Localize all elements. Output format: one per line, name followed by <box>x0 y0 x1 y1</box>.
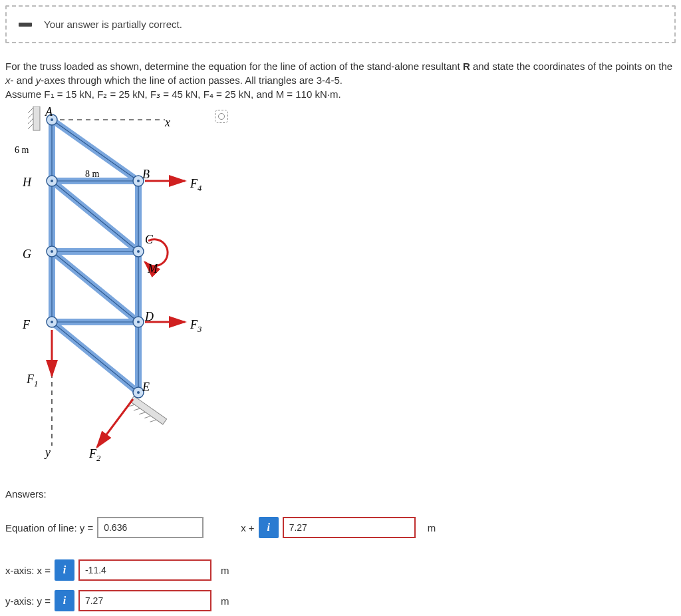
svg-rect-5 <box>130 396 167 424</box>
alert-text: Your answer is partially correct. <box>44 17 182 31</box>
yaxis-label: y-axis: y = <box>5 594 51 608</box>
svg-line-36 <box>52 322 138 392</box>
svg-point-49 <box>137 180 140 182</box>
info-button-1[interactable]: i <box>259 517 279 538</box>
dim-6m: 6 m <box>15 144 29 157</box>
var-x: x <box>5 75 11 86</box>
label-y: y <box>45 444 51 461</box>
svg-line-4 <box>28 124 33 129</box>
svg-line-2 <box>28 113 33 118</box>
truss-figure: A x 6 m H 8 m B F4 C G M F D F3 F1 E y F… <box>12 106 238 479</box>
svg-point-48 <box>51 321 53 323</box>
label-C: C <box>145 231 153 248</box>
label-G: G <box>23 246 31 263</box>
svg-line-3 <box>28 118 33 124</box>
label-x: x <box>165 114 170 131</box>
truss-svg <box>12 106 238 479</box>
yaxis-row: y-axis: y = i m <box>5 590 676 611</box>
svg-line-58 <box>97 399 133 447</box>
svg-line-34 <box>52 181 138 251</box>
label-F4: F4 <box>190 176 202 194</box>
dim-8m: 8 m <box>85 168 99 181</box>
yaxis-input[interactable] <box>78 590 211 611</box>
info-button-3[interactable]: i <box>55 590 74 611</box>
xaxis-label: x-axis: x = <box>5 563 51 577</box>
ptext: For the truss loaded as shown, determine… <box>5 61 463 72</box>
label-F2: F2 <box>89 446 100 464</box>
svg-point-52 <box>137 391 140 394</box>
svg-point-46 <box>51 180 53 182</box>
svg-line-35 <box>52 251 138 322</box>
svg-line-1 <box>28 108 33 113</box>
svg-point-51 <box>137 321 140 323</box>
eq-label: Equation of line: y = <box>5 521 93 535</box>
svg-point-47 <box>51 250 53 253</box>
xaxis-row: x-axis: x = i m <box>5 559 676 581</box>
label-F3: F3 <box>190 317 202 335</box>
unit-m-2: m <box>221 563 229 577</box>
label-A: A <box>45 104 53 120</box>
assumptions: Assume F₁ = 15 kN, F₂ = 25 kN, F₃ = 45 k… <box>5 88 341 100</box>
label-H: H <box>23 174 31 191</box>
unit-m-3: m <box>221 594 229 608</box>
var-R: R <box>463 61 470 72</box>
label-E: E <box>142 379 150 396</box>
ptext: -axes through which the line of action p… <box>41 75 342 86</box>
label-M: M <box>148 261 158 277</box>
intercept-input[interactable] <box>283 517 416 538</box>
equation-row: Equation of line: y = x + i m <box>5 517 676 538</box>
unit-m-1: m <box>428 521 436 535</box>
ptext: - and <box>11 75 36 86</box>
minus-icon <box>19 23 32 27</box>
label-F1: F1 <box>27 371 38 390</box>
feedback-alert: Your answer is partially correct. <box>5 5 676 43</box>
x-plus: x + <box>241 521 254 535</box>
answers-heading: Answers: <box>5 487 676 501</box>
info-button-2[interactable]: i <box>55 559 74 581</box>
problem-statement: For the truss loaded as shown, determine… <box>5 59 676 101</box>
label-B: B <box>142 166 150 183</box>
svg-point-50 <box>137 250 140 253</box>
ptext: and state the coordinates of the points … <box>470 61 672 72</box>
slope-input[interactable] <box>97 517 204 538</box>
label-D: D <box>145 309 154 325</box>
xaxis-input[interactable] <box>78 559 211 581</box>
label-F: F <box>23 317 30 333</box>
svg-rect-0 <box>33 106 40 130</box>
